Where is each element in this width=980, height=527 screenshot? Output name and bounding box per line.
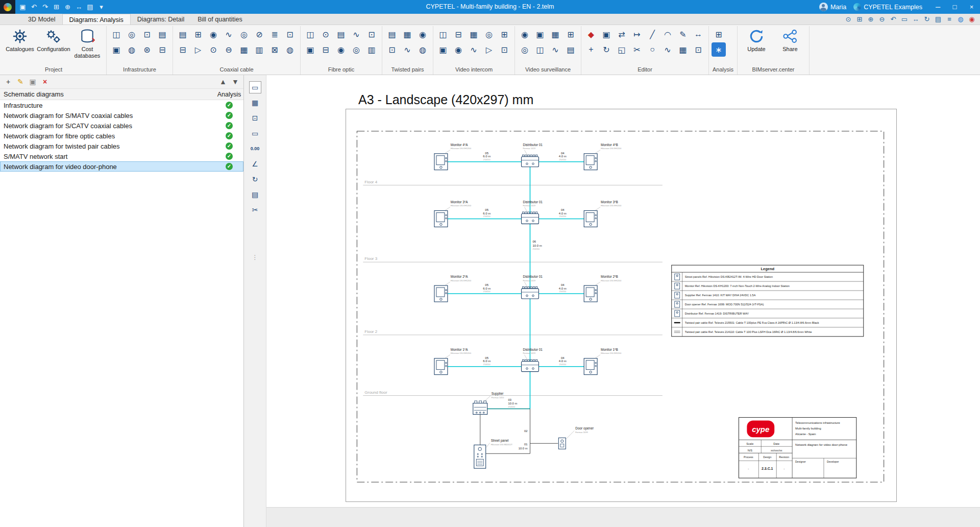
rj45-socket-icon[interactable]: ◉ — [415, 27, 430, 41]
snap-icon[interactable]: ⊡ — [249, 112, 261, 124]
decimal-places-icon[interactable]: 0.00 — [249, 142, 261, 155]
edit-icon[interactable]: ✎ — [15, 77, 26, 87]
edit-tools-icon[interactable]: ✂ — [249, 204, 261, 216]
cost-databases-button[interactable]: Cost databases — [71, 27, 104, 60]
list-item[interactable]: Infrastructure✓ — [0, 100, 243, 110]
run-analysis-icon[interactable]: ∗ — [712, 42, 726, 57]
outlet-icon[interactable]: ◉ — [206, 27, 220, 41]
amplifier-icon[interactable]: ▷ — [482, 42, 496, 57]
patch-panel-icon[interactable]: ▤ — [385, 27, 399, 41]
coax-cable-icon[interactable]: ∿ — [222, 27, 236, 41]
customize-toolbar-icon[interactable]: ▾ — [96, 2, 107, 12]
angle-icon[interactable]: ∠ — [249, 158, 261, 170]
socket-icon[interactable]: ◎ — [237, 27, 251, 41]
zoom-window-icon[interactable]: ⊞ — [51, 2, 62, 12]
attenuator-icon[interactable]: ⊖ — [222, 42, 236, 57]
network-topology-icon[interactable]: ⊛ — [140, 42, 154, 57]
street-panel-icon[interactable]: ◫ — [436, 27, 450, 41]
app-menu-button[interactable] — [0, 0, 15, 14]
bimserver-sync-icon[interactable]: ◍ — [955, 14, 966, 24]
redraw-icon[interactable]: ↻ — [249, 173, 261, 185]
list-item[interactable]: Network diagram for twisted pair cables✓ — [0, 141, 243, 151]
switch-icon[interactable]: ⊡ — [283, 27, 297, 41]
fibre-cable-icon[interactable]: ∿ — [349, 27, 363, 41]
amplifier-icon[interactable]: ▷ — [191, 42, 205, 57]
terminal-icon[interactable]: ▥ — [364, 42, 379, 57]
measure-icon[interactable]: ↔ — [691, 27, 705, 41]
full-view-icon[interactable]: ▭ — [899, 14, 910, 24]
dimensions-icon[interactable]: ▭ — [249, 127, 261, 139]
handset-icon[interactable]: ◎ — [482, 27, 496, 41]
dome-camera-icon[interactable]: ◎ — [518, 42, 532, 57]
add-icon[interactable]: + — [3, 77, 13, 87]
drawing-canvas[interactable]: A3 - Landscape (420x297) mm Floor 4Floor… — [266, 75, 980, 527]
eraser-icon[interactable]: ◆ — [584, 27, 598, 41]
share-button[interactable]: Share — [774, 27, 806, 54]
corrugated-tube-icon[interactable]: ◍ — [125, 42, 139, 57]
zoom-out-icon[interactable]: ⊖ — [877, 14, 887, 24]
background-template-icon[interactable]: ▭ — [249, 81, 261, 93]
rotate-icon[interactable]: ↻ — [599, 42, 614, 57]
scale-icon[interactable]: ◱ — [615, 42, 629, 57]
door-opener-icon[interactable]: ◉ — [451, 42, 465, 57]
line-icon[interactable]: ╱ — [645, 27, 659, 41]
surveillance-monitor-icon[interactable]: ◫ — [533, 42, 547, 57]
redo-icon[interactable]: ↷ — [40, 2, 51, 12]
arc-icon[interactable]: ◠ — [660, 27, 675, 41]
power-supply-icon[interactable]: ⊞ — [564, 27, 578, 41]
intercom-cable-icon[interactable]: ∿ — [467, 42, 481, 57]
pan-icon[interactable]: ↔ — [74, 2, 84, 12]
print-icon[interactable]: ▤ — [933, 14, 943, 24]
equalizer-icon[interactable]: ≣ — [267, 27, 282, 41]
recorder-icon[interactable]: ▣ — [533, 27, 547, 41]
conduit-coil-icon[interactable]: ◎ — [125, 27, 139, 41]
panel-splitter-handle[interactable]: ⋮ — [252, 255, 258, 260]
undo-icon[interactable]: ↶ — [29, 2, 39, 12]
camera-icon[interactable]: ◉ — [518, 27, 532, 41]
distributor-icon[interactable]: ▦ — [237, 42, 251, 57]
previous-view-icon[interactable]: ↶ — [888, 14, 898, 24]
minimize-button[interactable]: ─ — [929, 0, 946, 14]
switch-icon[interactable]: ▦ — [400, 27, 414, 41]
move-up-icon[interactable]: ▲ — [218, 77, 228, 87]
redraw-icon[interactable]: ↻ — [922, 14, 932, 24]
delete-icon[interactable]: × — [40, 77, 50, 87]
rj45-outlet-icon[interactable]: ⊡ — [385, 42, 399, 57]
catalogues-button[interactable]: Catalogues — [4, 27, 36, 54]
headend-icon[interactable]: ▤ — [176, 27, 190, 41]
polyline-icon[interactable]: ∿ — [660, 42, 675, 57]
search-icon[interactable]: ⊙ — [843, 14, 853, 24]
list-item[interactable]: Network diagram for fibre optic cables✓ — [0, 131, 243, 141]
splice-box-icon[interactable]: ◫ — [303, 27, 317, 41]
snap-icon[interactable]: ⊡ — [691, 42, 705, 57]
tap-icon[interactable]: ⊞ — [191, 27, 205, 41]
layer-template-icon[interactable]: ▤ — [249, 188, 261, 201]
move-icon[interactable]: + — [584, 42, 598, 57]
monitor-icon[interactable]: ▣ — [436, 42, 450, 57]
modulator-icon[interactable]: ▥ — [252, 42, 266, 57]
zoom-in-icon[interactable]: ⊕ — [866, 14, 876, 24]
tab-diagrams-analysis[interactable]: Diagrams: Analysis — [62, 14, 131, 25]
tab-bill-of-quantities[interactable]: Bill of quantities — [191, 14, 249, 25]
save-icon[interactable]: ▣ — [17, 2, 28, 12]
maximize-button[interactable]: □ — [946, 0, 963, 14]
tab-diagrams-detail[interactable]: Diagrams: Detail — [131, 14, 191, 25]
router-icon[interactable]: ▤ — [564, 42, 578, 57]
power-supply-icon[interactable]: ⊞ — [497, 27, 511, 41]
grid-icon[interactable]: ▦ — [249, 97, 261, 109]
rack-cabinet-icon[interactable]: ▣ — [109, 42, 124, 57]
load-icon[interactable]: ⊠ — [267, 42, 282, 57]
tab-3d-model[interactable]: 3D Model — [21, 14, 62, 25]
mirror-icon[interactable]: ⇄ — [615, 27, 629, 41]
fibre-outlet-icon[interactable]: ◉ — [334, 42, 348, 57]
analysis-options-icon[interactable]: ⊞ — [712, 27, 726, 41]
registration-box-icon[interactable]: ⊡ — [140, 27, 154, 41]
print-icon[interactable]: ▤ — [85, 2, 95, 12]
copy-icon[interactable]: ▣ — [599, 27, 614, 41]
list-item[interactable]: Network diagram for S/MATV coaxial cable… — [0, 110, 243, 121]
switch-icon[interactable]: ▦ — [548, 27, 562, 41]
fibre-splitter-icon[interactable]: ⊟ — [318, 42, 333, 57]
otdr-icon[interactable]: ▣ — [303, 42, 317, 57]
circle-icon[interactable]: ○ — [645, 42, 659, 57]
rosette-icon[interactable]: ◎ — [349, 42, 363, 57]
